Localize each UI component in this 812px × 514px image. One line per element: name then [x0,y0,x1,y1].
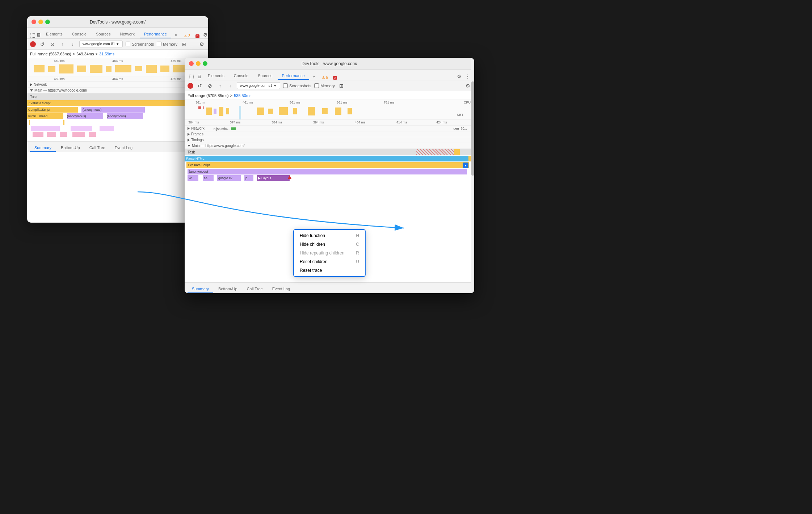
error-icon-back: 3 [195,34,199,38]
tab-more-back[interactable]: » [172,31,180,38]
tab-sources-front[interactable]: Sources [253,72,277,80]
tab-performance-back[interactable]: Performance [140,30,171,38]
tab-console-front[interactable]: Console [230,72,253,80]
ruler2-front: 364 ms 374 ms 384 ms 394 ms 404 ms 414 m… [185,120,474,126]
bottom-up-tab-front[interactable]: Bottom-Up [214,285,242,293]
device-icon-back[interactable]: 🖥 [36,31,41,38]
tab-sources-back[interactable]: Sources [92,30,115,38]
parse-html-bar-front[interactable]: Parse HTML [185,156,471,161]
maximize-button-back[interactable] [45,20,50,24]
svg-rect-21 [198,106,201,109]
memory-checkbox-back[interactable]: Memory [157,42,177,46]
capture-icon-front[interactable]: ⊞ [338,82,345,89]
more-icon-front[interactable]: ⋮ [464,73,471,80]
url-box-back[interactable]: www.google.com #1 ▾ [79,41,123,47]
minimize-button-front[interactable] [196,61,201,66]
clear-icon-front[interactable]: ⊘ [206,82,214,89]
hide-repeating-children-item[interactable]: Hide repeating children R [294,249,365,257]
svg-rect-13 [31,126,60,131]
screenshots-checkbox-front[interactable]: Screenshots [283,83,311,88]
settings-icon-back[interactable]: ⚙ [202,31,208,38]
tab-more-front[interactable]: » [310,73,318,80]
reset-children-item[interactable]: Reset children U [294,257,365,266]
evaluate-script-bar-front[interactable]: Evaluate Script [186,162,469,168]
close-button-back[interactable] [31,20,36,24]
compile-script-bar-back[interactable]: Compili...Script [27,107,78,113]
upload-icon-back[interactable]: ↑ [59,41,66,48]
ea-bar-front[interactable]: ea [203,175,214,181]
settings-icon-front[interactable]: ⚙ [455,73,463,80]
w-bar-front[interactable]: W [188,175,198,181]
record-button-back[interactable] [30,41,36,47]
tab-performance-front[interactable]: Performance [278,72,309,80]
settings2-icon-back[interactable]: ⚙ [198,41,205,48]
svg-rect-22 [203,106,204,109]
warn-badge-back: ⚠ 3 [182,34,192,38]
device-icon-front[interactable]: 🖥 [195,73,203,80]
summary-tab-front[interactable]: Summary [188,285,213,293]
main-triangle-front[interactable] [188,145,190,147]
maximize-button-front[interactable] [203,61,207,66]
layout-bar-front[interactable]: ▶ Layout [257,175,290,181]
main-triangle-back[interactable] [30,89,33,92]
inspect-icon-back[interactable]: ⬚ [30,31,35,38]
reload-icon-back[interactable]: ↺ [39,41,46,48]
network-triangle-back[interactable] [30,83,32,86]
hide-children-item[interactable]: Hide children C [294,240,365,249]
profiling-bar-back[interactable]: Profili...rhead [27,113,63,119]
anonymous-bar3-back[interactable]: (anonymous) [107,113,143,119]
network-triangle-front[interactable] [188,127,190,130]
dropdown-button-front[interactable] [463,163,468,168]
svg-text:NET: NET [457,113,464,117]
anonymous-bar1-back[interactable]: (anonymous) [81,107,145,113]
reload-icon-front[interactable]: ↺ [196,82,203,89]
url-box-front[interactable]: www.google.com #1 ▾ [237,82,280,89]
context-menu: Hide function H Hide children C Hide rep… [293,229,366,277]
svg-rect-28 [240,106,241,119]
event-log-tab-front[interactable]: Event Log [268,285,295,293]
settings2-icon-front[interactable]: ⚙ [464,82,471,89]
inspect-icon-front[interactable]: ⬚ [188,73,195,80]
call-tree-tab-front[interactable]: Call Tree [243,285,267,293]
close-button-front[interactable] [189,61,194,66]
tab-elements-back[interactable]: Elements [42,30,67,38]
tab-console-back[interactable]: Console [68,30,91,38]
call-tree-tab-back[interactable]: Call Tree [85,144,110,152]
p-bar-front[interactable]: p [244,175,253,181]
hide-function-item[interactable]: Hide function H [294,231,365,240]
timings-section-front: Timings [185,137,474,143]
screenshots-checkbox-back[interactable]: Screenshots [126,42,154,46]
scrollbar-thumb-front[interactable] [471,81,474,176]
evaluate-script-bar-back[interactable]: Evaluate Script [27,100,208,106]
capture-icon-back[interactable]: ⊞ [180,41,188,48]
event-log-tab-back[interactable]: Event Log [110,144,137,152]
tab-network-back[interactable]: Network [116,30,139,38]
options-bar-back: ↺ ⊘ ↑ ↓ www.google.com #1 ▾ Screenshots … [27,39,208,50]
clear-icon-back[interactable]: ⊘ [49,41,56,48]
download-icon-back[interactable]: ↓ [69,41,76,48]
svg-rect-34 [322,108,328,114]
svg-rect-18 [60,132,67,137]
google-cv-bar-front[interactable]: google.cv [217,175,241,181]
minimize-button-back[interactable] [38,20,43,24]
bottom-up-tab-back[interactable]: Bottom-Up [56,144,84,152]
summary-tab-back[interactable]: Summary [30,144,56,152]
tab-elements-front[interactable]: Elements [203,72,229,80]
timings-triangle-front[interactable] [188,139,190,142]
timing-header-back: Full range (5667.63ms) > 649.34ms > 31.5… [27,50,208,58]
anonymous-row-front: (anonymous) [185,168,474,175]
parse-html-row-front: Parse HTML [185,155,474,162]
network-bar-green [231,127,236,130]
upload-icon-front[interactable]: ↑ [216,82,224,89]
memory-checkbox-front[interactable]: Memory [314,83,335,88]
tab-bar-back: ⬚ 🖥 Elements Console Sources Network Per… [27,28,208,39]
reset-trace-item[interactable]: Reset trace [294,266,365,275]
frames-triangle-front[interactable] [188,133,190,136]
svg-rect-36 [348,108,352,114]
download-icon-front[interactable]: ↓ [227,82,234,89]
chevron-down-icon-front: ▾ [274,83,276,88]
anonymous-bar-front[interactable]: (anonymous) [188,169,467,174]
anonymous-bar2-back[interactable]: (anonymous) [67,113,103,119]
svg-rect-32 [293,108,297,114]
record-button-front[interactable] [188,83,193,89]
